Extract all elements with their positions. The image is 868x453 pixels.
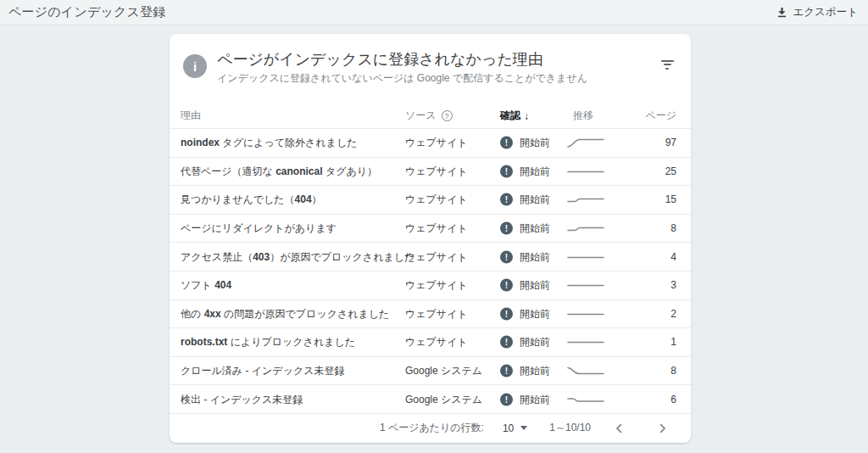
reason-cell: 他の 4xx の問題が原因でブロックされました [181, 306, 389, 321]
column-header-trend[interactable]: 推移 [573, 109, 593, 123]
table-row[interactable]: ページにリダイレクトがあります ウェブサイト ! 開始前 8 [170, 215, 691, 243]
card-subtitle: インデックスに登録されていないページは Google で配信することができません [217, 71, 587, 86]
trend-cell [566, 222, 605, 234]
table-row[interactable]: 見つかりませんでした（404） ウェブサイト ! 開始前 15 [170, 186, 691, 215]
alert-icon: ! [500, 279, 513, 292]
caret-down-icon [520, 426, 527, 430]
alert-icon: ! [500, 137, 513, 149]
validation-label: 開始前 [520, 193, 550, 207]
validation-label: 開始前 [520, 392, 550, 406]
reason-cell: 代替ページ（適切な canonical タグあり） [181, 164, 377, 178]
source-cell: ウェブサイト [405, 335, 468, 350]
trend-sparkline [566, 193, 605, 205]
table-row[interactable]: 代替ページ（適切な canonical タグあり） ウェブサイト ! 開始前 2… [170, 158, 691, 187]
table-body: noindex タグによって除外されました ウェブサイト ! 開始前 97 代替… [170, 129, 691, 414]
table-row[interactable]: robots.txt によりブロックされました ウェブサイト ! 開始前 1 [170, 328, 691, 357]
validation-cell: ! 開始前 [500, 164, 550, 178]
download-icon [776, 7, 787, 18]
trend-sparkline [566, 165, 605, 177]
pages-cell: 8 [670, 365, 676, 377]
reason-cell: 検出 - インデックス未登録 [181, 392, 303, 406]
alert-icon: ! [500, 365, 513, 378]
column-header-reason[interactable]: 理由 [181, 109, 201, 123]
rows-per-page-select[interactable]: 10 [503, 422, 527, 434]
column-header-source-label: ソース [405, 109, 437, 123]
table-row[interactable]: 検出 - インデックス未登録 Google システム ! 開始前 6 [170, 385, 691, 414]
alert-icon: ! [500, 222, 513, 235]
pages-cell: 3 [670, 279, 676, 291]
pager [613, 422, 676, 434]
pages-cell: 4 [670, 251, 676, 263]
help-icon[interactable]: ? [442, 110, 453, 121]
validation-label: 開始前 [520, 136, 550, 150]
alert-icon: ! [500, 336, 513, 349]
table-row[interactable]: クロール済み - インデックス未登録 Google システム ! 開始前 8 [170, 357, 691, 386]
source-cell: Google システム [405, 392, 482, 406]
reason-cell: robots.txt によりブロックされました [181, 335, 355, 350]
topbar: ページのインデックス登録 エクスポート [0, 0, 868, 25]
pages-cell: 1 [670, 336, 676, 348]
trend-cell [566, 193, 605, 205]
pages-cell: 15 [665, 193, 676, 205]
table-row[interactable]: ソフト 404 ウェブサイト ! 開始前 3 [170, 271, 691, 300]
validation-label: 開始前 [520, 306, 550, 321]
validation-label: 開始前 [520, 335, 550, 350]
column-header-pages[interactable]: ページ [645, 109, 676, 123]
reason-cell: 見つかりませんでした（404） [181, 193, 322, 207]
source-cell: ウェブサイト [405, 164, 468, 178]
table-row[interactable]: アクセス禁止（403）が原因でブロックされました ウェブサイト ! 開始前 4 [170, 243, 691, 271]
table-row[interactable]: 他の 4xx の問題が原因でブロックされました ウェブサイト ! 開始前 2 [170, 300, 691, 329]
validation-cell: ! 開始前 [500, 335, 550, 350]
column-header-validation-label: 確認 [500, 109, 520, 123]
filter-button[interactable] [657, 54, 677, 75]
column-header-validation[interactable]: 確認 ↓ [500, 109, 529, 123]
chevron-right-icon [659, 423, 666, 433]
reason-cell: ソフト 404 [181, 278, 231, 293]
reason-cell: クロール済み - インデックス未登録 [181, 364, 344, 378]
validation-cell: ! 開始前 [500, 364, 550, 378]
pages-cell: 97 [665, 137, 676, 148]
validation-cell: ! 開始前 [500, 221, 550, 236]
page-title: ページのインデックス登録 [8, 4, 166, 20]
trend-sparkline [566, 251, 605, 263]
source-cell: ウェブサイト [405, 249, 468, 264]
validation-cell: ! 開始前 [500, 278, 550, 293]
reason-cell: noindex タグによって除外されました [181, 136, 357, 150]
previous-page-button[interactable] [613, 422, 625, 434]
validation-label: 開始前 [520, 164, 550, 178]
source-cell: ウェブサイト [405, 136, 468, 150]
pages-cell: 6 [670, 394, 676, 405]
export-button[interactable]: エクスポート [776, 5, 858, 20]
card-title: ページがインデックスに登録されなかった理由 [217, 49, 543, 70]
alert-icon: ! [500, 393, 513, 405]
validation-cell: ! 開始前 [500, 306, 550, 321]
alert-icon: ! [500, 307, 513, 320]
validation-label: 開始前 [520, 221, 550, 236]
table-row[interactable]: noindex タグによって除外されました ウェブサイト ! 開始前 97 [170, 129, 691, 158]
chevron-left-icon [615, 423, 622, 433]
source-cell: ウェブサイト [405, 278, 468, 293]
pagination-bar: 1 ページあたりの行数: 10 1～10/10 [170, 414, 691, 443]
page-range-label: 1～10/10 [549, 421, 591, 435]
source-cell: ウェブサイト [405, 306, 468, 321]
info-icon: i [183, 54, 207, 78]
table-header-row: 理由 ソース ? 確認 ↓ 推移 ページ [170, 102, 691, 129]
trend-cell [566, 165, 605, 177]
card-header: i ページがインデックスに登録されなかった理由 インデックスに登録されていないペ… [170, 34, 691, 102]
pages-cell: 8 [670, 222, 676, 234]
next-page-button[interactable] [657, 422, 669, 434]
source-cell: ウェブサイト [405, 221, 468, 236]
trend-sparkline [566, 365, 605, 377]
trend-cell [566, 365, 605, 377]
trend-sparkline [566, 137, 605, 148]
validation-cell: ! 開始前 [500, 392, 550, 406]
validation-label: 開始前 [520, 364, 550, 378]
column-header-source[interactable]: ソース ? [405, 109, 453, 123]
validation-cell: ! 開始前 [500, 193, 550, 207]
validation-cell: ! 開始前 [500, 249, 550, 264]
trend-sparkline [566, 336, 605, 348]
trend-cell [566, 394, 605, 405]
export-label: エクスポート [793, 5, 858, 20]
rows-per-page-label: 1 ページあたりの行数: [380, 421, 484, 435]
alert-icon: ! [500, 193, 513, 206]
